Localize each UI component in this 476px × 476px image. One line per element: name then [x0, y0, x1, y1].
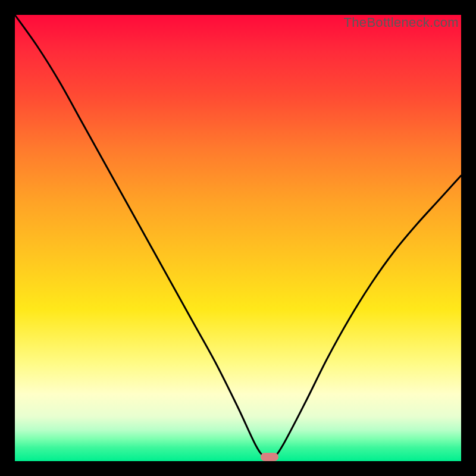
bottleneck-curve: [15, 15, 461, 461]
watermark: TheBottleneck.com: [344, 15, 459, 30]
optimal-marker: [261, 453, 278, 461]
chart-frame: TheBottleneck.com: [15, 15, 461, 461]
